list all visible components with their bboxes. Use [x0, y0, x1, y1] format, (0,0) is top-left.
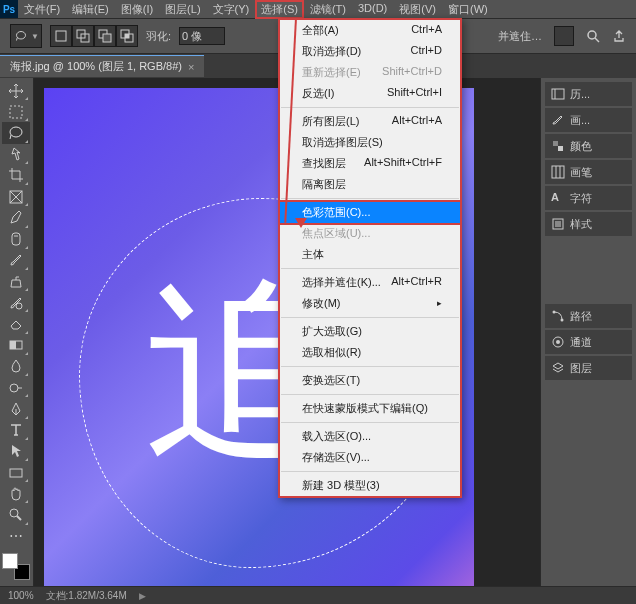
svg-rect-8	[125, 34, 129, 38]
app-logo[interactable]: Ps	[0, 0, 18, 18]
menu-item[interactable]: 取消选择(D)Ctrl+D	[280, 41, 460, 62]
menu-图像[interactable]: 图像(I)	[115, 0, 159, 19]
foreground-color[interactable]	[2, 553, 18, 569]
svg-line-25	[17, 516, 21, 520]
menubar: Ps 文件(F)编辑(E)图像(I)图层(L)文字(Y)选择(S)滤镜(T)3D…	[0, 0, 636, 18]
menu-文字[interactable]: 文字(Y)	[207, 0, 256, 19]
edit-toolbar[interactable]: ⋯	[2, 526, 30, 547]
marquee-tool[interactable]	[2, 101, 30, 122]
menu-item[interactable]: 反选(I)Shift+Ctrl+I	[280, 83, 460, 104]
panel-icon	[551, 165, 565, 179]
menu-item[interactable]: 主体	[280, 244, 460, 265]
panel-icon	[551, 87, 565, 101]
menu-item[interactable]: 修改(M)	[280, 293, 460, 314]
path-select-tool[interactable]	[2, 441, 30, 462]
crop-tool[interactable]	[2, 165, 30, 186]
select-and-mask[interactable]: 并遮住…	[498, 29, 542, 44]
clone-stamp-tool[interactable]	[2, 271, 30, 292]
menu-编辑[interactable]: 编辑(E)	[66, 0, 115, 19]
feather-label: 羽化:	[146, 29, 171, 44]
lasso-icon	[13, 30, 29, 42]
menu-separator	[281, 422, 459, 423]
document-tab-title: 海报.jpg @ 100% (图层 1, RGB/8#)	[10, 59, 182, 74]
frame-tool[interactable]	[2, 186, 30, 207]
selection-new[interactable]	[50, 25, 72, 47]
menu-item[interactable]: 存储选区(V)...	[280, 447, 460, 468]
share-icon[interactable]	[612, 29, 626, 43]
eyedropper-tool[interactable]	[2, 207, 30, 228]
menu-item[interactable]: 全部(A)Ctrl+A	[280, 20, 460, 41]
color-swatch[interactable]	[2, 553, 30, 580]
menu-item[interactable]: 选取相似(R)	[280, 342, 460, 363]
feather-input[interactable]	[179, 27, 225, 45]
menu-separator	[281, 198, 459, 199]
menu-separator	[281, 366, 459, 367]
lasso-tool[interactable]	[2, 122, 30, 143]
menu-item[interactable]: 扩大选取(G)	[280, 321, 460, 342]
menu-item[interactable]: 所有图层(L)Alt+Ctrl+A	[280, 111, 460, 132]
menu-视图[interactable]: 视图(V)	[393, 0, 442, 19]
menu-文件[interactable]: 文件(F)	[18, 0, 66, 19]
menu-图层[interactable]: 图层(L)	[159, 0, 206, 19]
menu-item[interactable]: 取消选择图层(S)	[280, 132, 460, 153]
panel-样式[interactable]: 样式	[545, 212, 632, 236]
panel-字符[interactable]: A字符	[545, 186, 632, 210]
chevron-right-icon[interactable]: ▶	[139, 591, 146, 601]
quick-select-tool[interactable]	[2, 144, 30, 165]
menu-滤镜[interactable]: 滤镜(T)	[304, 0, 352, 19]
doc-info[interactable]: 文档:1.82M/3.64M	[46, 589, 127, 603]
menu-item: 重新选择(E)Shift+Ctrl+D	[280, 62, 460, 83]
menu-item[interactable]: 查找图层Alt+Shift+Ctrl+F	[280, 153, 460, 174]
selection-add[interactable]	[72, 25, 94, 47]
pen-tool[interactable]	[2, 398, 30, 419]
menu-item[interactable]: 载入选区(O)...	[280, 426, 460, 447]
search-icon[interactable]	[586, 29, 600, 43]
blur-tool[interactable]	[2, 356, 30, 377]
workspace-switcher[interactable]	[554, 26, 574, 46]
panel-路径[interactable]: 路径	[545, 304, 632, 328]
svg-point-12	[10, 127, 22, 137]
type-tool[interactable]	[2, 420, 30, 441]
panel-历...[interactable]: 历...	[545, 82, 632, 106]
menu-选择[interactable]: 选择(S)	[255, 0, 304, 19]
menu-item[interactable]: 选择并遮住(K)...Alt+Ctrl+R	[280, 272, 460, 293]
menu-item[interactable]: 隔离图层	[280, 174, 460, 195]
panel-icon	[551, 335, 565, 349]
panel-通道[interactable]: 通道	[545, 330, 632, 354]
zoom-tool[interactable]	[2, 504, 30, 525]
close-icon[interactable]: ×	[188, 61, 194, 73]
menu-3d[interactable]: 3D(D)	[352, 0, 393, 19]
panel-画...[interactable]: 画...	[545, 108, 632, 132]
menu-item[interactable]: 新建 3D 模型(3)	[280, 475, 460, 496]
history-brush-tool[interactable]	[2, 292, 30, 313]
menu-item[interactable]: 变换选区(T)	[280, 370, 460, 391]
tools-panel: ⋯	[0, 78, 34, 586]
menu-item[interactable]: 在快速蒙版模式下编辑(Q)	[280, 398, 460, 419]
hand-tool[interactable]	[2, 483, 30, 504]
annotation-arrow-head	[295, 218, 307, 228]
healing-brush-tool[interactable]	[2, 229, 30, 250]
panel-label: 画...	[570, 113, 590, 128]
panel-图层[interactable]: 图层	[545, 356, 632, 380]
menu-separator	[281, 394, 459, 395]
panel-label: 路径	[570, 309, 592, 324]
panel-icon	[551, 217, 565, 231]
selection-subtract[interactable]	[94, 25, 116, 47]
rectangle-tool[interactable]	[2, 462, 30, 483]
tool-preset-picker[interactable]: ▼	[10, 24, 42, 48]
menu-separator	[281, 471, 459, 472]
panel-画笔[interactable]: 画笔	[545, 160, 632, 184]
move-tool[interactable]	[2, 80, 30, 101]
svg-rect-26	[552, 89, 564, 99]
panel-颜色[interactable]: 颜色	[545, 134, 632, 158]
svg-point-21	[10, 384, 18, 392]
selection-intersect[interactable]	[116, 25, 138, 47]
gradient-tool[interactable]	[2, 335, 30, 356]
zoom-level[interactable]: 100%	[8, 590, 34, 601]
menu-窗口[interactable]: 窗口(W)	[442, 0, 494, 19]
brush-tool[interactable]	[2, 250, 30, 271]
dodge-tool[interactable]	[2, 377, 30, 398]
document-tab[interactable]: 海报.jpg @ 100% (图层 1, RGB/8#) ×	[0, 55, 204, 77]
svg-rect-16	[12, 233, 20, 245]
eraser-tool[interactable]	[2, 313, 30, 334]
